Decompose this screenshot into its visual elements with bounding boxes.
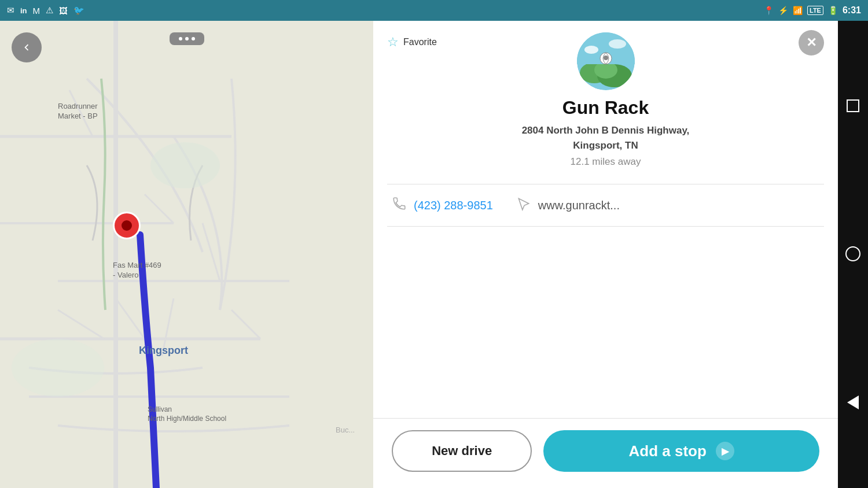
website-url[interactable]: www.gunrackt...	[538, 199, 620, 212]
phone-number[interactable]: (423) 288-9851	[414, 199, 493, 212]
linkedin-icon: in	[20, 6, 27, 15]
phone-item[interactable]: (423) 288-9851	[392, 196, 493, 215]
svg-point-21	[584, 46, 598, 54]
dot2	[185, 37, 189, 40]
svg-point-15	[12, 339, 104, 397]
close-button[interactable]: ✕	[799, 30, 824, 56]
svg-point-14	[150, 142, 220, 188]
nav-circle-icon	[845, 246, 860, 261]
nav-circle-button[interactable]	[845, 246, 860, 261]
svg-point-22	[609, 39, 626, 49]
svg-rect-0	[0, 21, 373, 488]
phone-icon	[392, 196, 407, 215]
contact-row: (423) 288-9851 www.gunrackt...	[373, 191, 838, 219]
bottom-buttons: New drive Add a stop ▶	[373, 418, 838, 488]
lte-badge: LTE	[807, 6, 823, 15]
battery-icon: 🔋	[828, 6, 838, 15]
right-panel: ☆ Favorite ✕	[373, 21, 838, 488]
signal-icon: 📶	[793, 6, 803, 15]
map-area: RoadrunnerMarket - BP Fas Mart #469- Val…	[0, 21, 373, 488]
star-icon: ☆	[387, 35, 399, 50]
dot3	[192, 37, 195, 40]
bluetooth-icon: ⚡	[778, 6, 788, 15]
more-options-button[interactable]	[170, 32, 204, 45]
twitter-icon: 🐦	[73, 5, 84, 16]
nav-square-button[interactable]	[847, 99, 859, 112]
favorite-label: Favorite	[403, 37, 437, 47]
place-address: 2804 North John B Dennis Highway,Kingspo…	[522, 123, 690, 153]
location-icon: 📍	[764, 6, 774, 15]
nav-triangle-icon	[847, 395, 859, 409]
favorite-button[interactable]: ☆ Favorite	[387, 35, 437, 50]
nav-square-icon	[847, 99, 859, 112]
image-icon: 🖼	[59, 6, 68, 16]
place-name: Gun Rack	[562, 97, 649, 119]
add-stop-label: Add a stop	[628, 442, 706, 460]
new-drive-button[interactable]: New drive	[392, 430, 532, 472]
dot1	[179, 37, 182, 40]
divider-1	[387, 184, 824, 184]
alert-icon: ⚠	[46, 5, 53, 16]
location-avatar	[577, 32, 635, 90]
close-icon: ✕	[806, 35, 816, 50]
map-pin	[113, 212, 141, 239]
pin-circle	[113, 212, 141, 239]
panel-header: ☆ Favorite ✕	[373, 21, 838, 177]
back-button[interactable]	[12, 32, 42, 62]
clock: 6:31	[843, 5, 861, 16]
add-stop-button[interactable]: Add a stop ▶	[543, 430, 819, 472]
new-drive-label: New drive	[432, 443, 492, 459]
status-bar: ✉ in M ⚠ 🖼 🐦 📍 ⚡ 📶 LTE 🔋 6:31	[0, 0, 868, 21]
svg-point-24	[604, 56, 608, 60]
status-icons-right: 📍 ⚡ 📶 LTE 🔋 6:31	[764, 5, 861, 16]
pin-inner	[122, 220, 132, 231]
website-item[interactable]: www.gunrackt...	[516, 196, 620, 215]
map-svg	[0, 21, 373, 488]
main-content: RoadrunnerMarket - BP Fas Mart #469- Val…	[0, 21, 868, 488]
gmail-icon: M	[33, 6, 41, 16]
divider-2	[387, 226, 824, 227]
add-stop-arrow-icon: ▶	[716, 442, 734, 460]
nav-back-button[interactable]	[847, 395, 859, 409]
status-icons-left: ✉ in M ⚠ 🖼 🐦	[7, 5, 84, 16]
place-distance: 12.1 miles away	[571, 156, 641, 168]
nav-bar	[838, 21, 868, 488]
mail-icon: ✉	[7, 5, 14, 16]
cursor-icon	[516, 196, 531, 215]
